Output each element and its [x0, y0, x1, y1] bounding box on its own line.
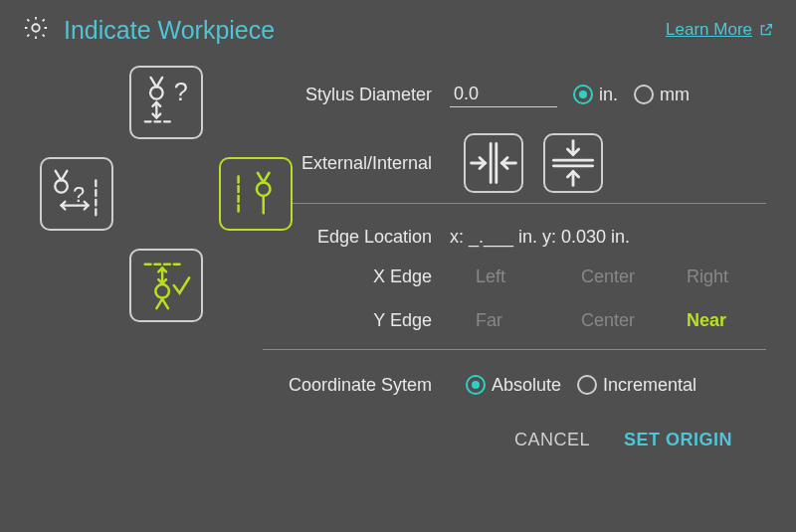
x-edge-label: X Edge: [263, 266, 450, 287]
divider: [263, 349, 766, 350]
internal-icon: [545, 135, 601, 191]
page-title: Indicate Workpiece: [64, 16, 275, 45]
edge-location-value: x: _.___ in. y: 0.030 in.: [450, 227, 630, 248]
x-edge-left[interactable]: Left: [476, 266, 555, 287]
probe-direction-selector: ? ?: [20, 56, 263, 364]
coordinate-system-label: Coordinate Sytem: [263, 375, 450, 396]
y-edge-row: Y Edge Far Center Near: [263, 301, 766, 339]
unit-in-radio[interactable]: in.: [573, 85, 618, 105]
y-edge-far[interactable]: Far: [476, 310, 555, 331]
probe-left-icon: ?: [48, 165, 105, 223]
coord-absolute-radio[interactable]: Absolute: [466, 375, 561, 396]
svg-point-18: [257, 182, 271, 196]
learn-more-link[interactable]: Learn More: [666, 20, 774, 40]
y-edge-center[interactable]: Center: [581, 310, 661, 331]
probe-bottom-tile[interactable]: [129, 249, 203, 322]
probe-top-tile[interactable]: ?: [129, 66, 203, 139]
external-icon: [466, 135, 521, 191]
y-edge-near[interactable]: Near: [687, 310, 766, 331]
probe-right-icon: [227, 165, 285, 223]
probe-left-tile[interactable]: ?: [40, 157, 113, 231]
x-edge-row: X Edge Left Center Right: [263, 258, 766, 295]
unit-mm-label: mm: [660, 85, 690, 105]
stylus-diameter-label: Stylus Diameter: [263, 85, 450, 105]
footer: CANCEL SET ORIGIN: [263, 430, 766, 450]
coord-incremental-radio[interactable]: Incremental: [577, 375, 696, 396]
edge-location-row: Edge Location x: _.___ in. y: 0.030 in.: [263, 216, 766, 258]
svg-text:?: ?: [73, 183, 85, 207]
coordinate-system-row: Coordinate Sytem Absolute Incremental: [263, 364, 766, 406]
x-edge-right[interactable]: Right: [687, 266, 766, 287]
stylus-diameter-row: Stylus Diameter in. mm: [263, 74, 766, 115]
svg-point-7: [55, 180, 68, 193]
external-internal-row: External/Internal: [263, 133, 766, 193]
divider: [263, 203, 766, 204]
probe-bottom-icon: [137, 257, 195, 314]
probe-right-tile[interactable]: [219, 157, 293, 231]
external-button[interactable]: [464, 133, 523, 193]
controls-panel: Stylus Diameter in. mm External/Internal: [263, 56, 766, 450]
coord-incremental-label: Incremental: [603, 375, 696, 396]
svg-point-25: [155, 284, 169, 298]
svg-point-1: [150, 87, 163, 99]
y-edge-label: Y Edge: [263, 310, 450, 331]
learn-more-label: Learn More: [666, 20, 752, 40]
header: Indicate Workpiece Learn More: [0, 0, 796, 52]
unit-mm-radio[interactable]: mm: [634, 85, 690, 105]
set-origin-button[interactable]: SET ORIGIN: [624, 430, 732, 450]
cancel-button[interactable]: CANCEL: [514, 430, 590, 450]
svg-point-0: [32, 24, 39, 31]
edge-location-label: Edge Location: [263, 227, 450, 248]
internal-button[interactable]: [543, 133, 603, 193]
coord-absolute-label: Absolute: [492, 375, 561, 396]
x-edge-center[interactable]: Center: [581, 266, 661, 287]
svg-text:?: ?: [174, 78, 188, 105]
stylus-diameter-input[interactable]: [450, 82, 557, 107]
probe-top-icon: ?: [137, 74, 195, 131]
gear-icon: [22, 14, 50, 46]
external-link-icon: [758, 22, 774, 38]
unit-in-label: in.: [599, 85, 618, 105]
